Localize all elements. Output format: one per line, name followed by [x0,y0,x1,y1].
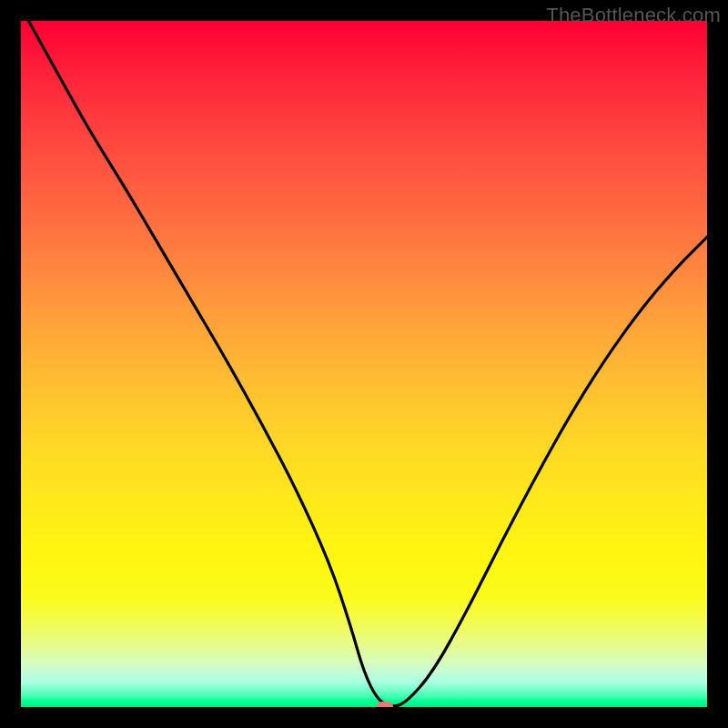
chart-frame: TheBottleneck.com [0,0,728,728]
bottleneck-curve [21,21,707,707]
watermark-text: TheBottleneck.com [546,4,721,27]
plot-area [21,21,707,707]
minimum-marker [377,702,393,707]
